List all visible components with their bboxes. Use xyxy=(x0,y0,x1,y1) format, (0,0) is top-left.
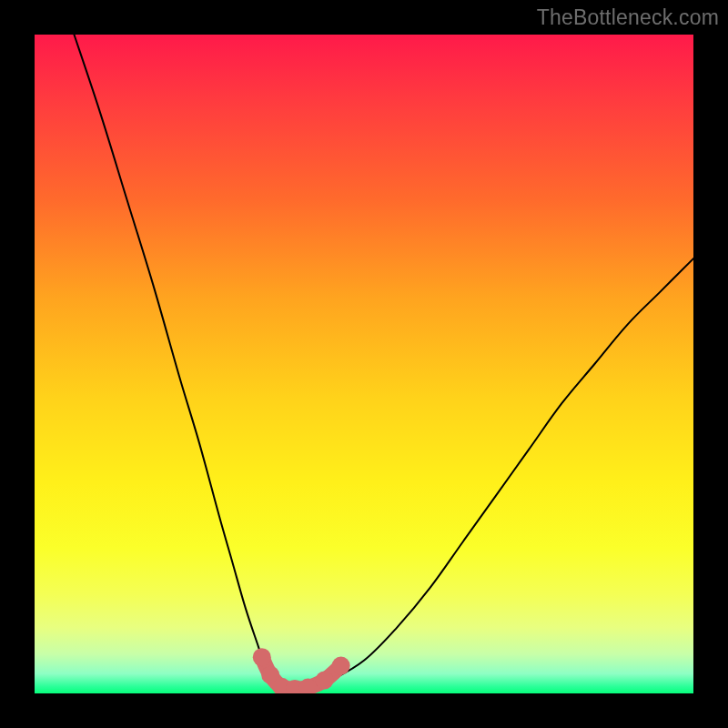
bottleneck-curve-svg xyxy=(35,35,693,693)
chart-frame: TheBottleneck.com xyxy=(0,0,728,728)
plot-area xyxy=(35,35,693,693)
marker-right-1 xyxy=(316,672,334,690)
curve-segment xyxy=(74,35,285,690)
marker-left-1 xyxy=(253,648,271,666)
curve-segment xyxy=(285,258,693,690)
marker-right-2 xyxy=(332,657,350,675)
watermark-text: TheBottleneck.com xyxy=(537,5,719,30)
